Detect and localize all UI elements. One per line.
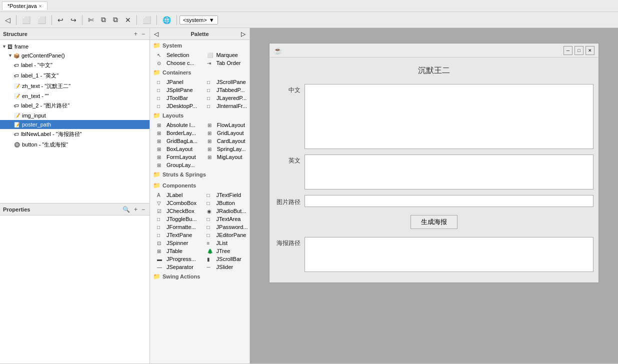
palette-item-jpanel[interactable]: □ JPanel (150, 78, 200, 86)
toolbar: ◁ ⬜ ⬜ ↩ ↪ ✄ ⧉ ⧉ ✕ ⬜ 🌐 <system> ▼ (0, 12, 618, 28)
english-field (304, 154, 594, 191)
structure-tree: ▼ 🖼 frame ▼ 📦 getContentPane() (0, 40, 150, 203)
toolbar-btn-square2[interactable]: ⬜ (34, 14, 49, 26)
palette-right-arrow[interactable]: ▷ (241, 30, 246, 38)
structure-remove-btn[interactable]: − (140, 30, 146, 38)
frame-maximize-btn[interactable]: □ (574, 46, 584, 55)
toolbar-copy-btn[interactable]: ⧉ (98, 14, 109, 26)
jinternalfr-icon: □ (207, 104, 215, 109)
palette-item-jtree[interactable]: 🌲 JTree (200, 247, 250, 255)
jslider-label: JSlider (216, 264, 234, 270)
palette-item-jlabel[interactable]: A JLabel (150, 191, 200, 199)
toolbar-globe-btn[interactable]: 🌐 (160, 14, 174, 26)
palette-item-flowlayout[interactable]: ⊞ FlowLayout (200, 121, 250, 129)
palette-item-jtoolbar[interactable]: □ JToolBar (150, 94, 200, 102)
gridlayout-label: GridLayout (217, 130, 244, 136)
palette-item-jbutton[interactable]: □ JButton (200, 199, 250, 207)
jtree-label: JTree (216, 248, 230, 254)
tree-item-frame[interactable]: ▼ 🖼 frame (0, 42, 150, 51)
toolbar-square3-btn[interactable]: ⬜ (140, 14, 154, 26)
palette-item-formlayout[interactable]: ⊞ FormLayout (150, 153, 200, 161)
palette-item-jcombobox[interactable]: ▽ JComboBox (150, 199, 200, 207)
tab-close-icon[interactable]: × (39, 4, 42, 9)
toolbar-redo-btn[interactable]: ↪ (68, 14, 80, 26)
props-remove-btn[interactable]: − (140, 206, 146, 214)
toolbar-delete-btn[interactable]: ✕ (122, 14, 134, 26)
palette-item-grouplay[interactable]: ⊞ GroupLay... (150, 161, 200, 169)
palette-item-jtextarea[interactable]: □ JTextArea (200, 215, 250, 223)
toolbar-btn-square1[interactable]: ⬜ (19, 14, 34, 26)
palette-item-jspinner[interactable]: ⊡ JSpinner (150, 239, 200, 247)
tree-item-contentpane[interactable]: ▼ 📦 getContentPane() (0, 51, 150, 60)
imagepath-input[interactable] (304, 195, 594, 207)
palette-item-jprogress[interactable]: ▬ JProgress... (150, 255, 200, 263)
frame-minimize-btn[interactable]: ─ (564, 46, 572, 55)
tree-item-label-zh[interactable]: 🏷 label - "中文" (0, 60, 150, 70)
toolbar-undo-btn[interactable]: ↩ (54, 14, 66, 26)
toolbar-btn-left[interactable]: ◁ (2, 14, 14, 26)
palette-item-jlist[interactable]: ≡ JList (200, 239, 250, 247)
palette-item-miglayout[interactable]: ⊞ MigLayout (200, 153, 250, 161)
palette-left-arrow[interactable]: ◁ (154, 30, 158, 38)
palette-item-jradiobutton[interactable]: ◉ JRadioBut... (200, 207, 250, 215)
palette-item-absolutel[interactable]: ⊞ Absolute l... (150, 121, 200, 129)
props-search-btn[interactable]: 🔍 (121, 206, 132, 214)
palette-item-jpassword[interactable]: □ JPassword... (200, 223, 250, 231)
palette-item-jdesktopP[interactable]: □ JDesktopP... (150, 102, 200, 110)
props-add-btn[interactable]: + (132, 206, 139, 214)
taborder-icon: ⇥ (207, 60, 215, 66)
palette-item-choosec[interactable]: ⊙ Choose c... (150, 59, 200, 67)
palette-item-gridlayout[interactable]: ⊞ GridLayout (200, 129, 250, 137)
palette-item-jformatte[interactable]: □ JFormatte... (150, 223, 200, 231)
posterpath-textarea[interactable] (304, 237, 594, 272)
palette-panel: ◁ Palette ▷ 📁 System ↖ Selection ⬜ (150, 28, 250, 364)
poster-java-tab[interactable]: *Poster.java × (2, 2, 48, 10)
palette-item-jtabbedp[interactable]: □ JTabbedP... (200, 86, 250, 94)
tree-item-lblnewlabel[interactable]: 🏷 lblNewLabel - "海报路径" (0, 129, 150, 140)
palette-item-jtextpane[interactable]: □ JTextPane (150, 231, 200, 239)
palette-item-jscrollpane[interactable]: □ JScrollPane (200, 78, 250, 86)
properties-section: Properties 🔍 + − (0, 204, 150, 364)
generate-button[interactable]: 生成海报 (410, 215, 458, 229)
palette-item-jscrollbar[interactable]: ▮ JScrollBar (200, 255, 250, 263)
palette-item-gridbagla[interactable]: ⊞ GridBagLa... (150, 137, 200, 145)
jinternalfr-label: JInternalFr... (216, 103, 247, 109)
palette-item-marquee[interactable]: ⬜ Marquee (200, 51, 250, 59)
structure-add-btn[interactable]: + (132, 30, 139, 38)
frame-close-btn[interactable]: ✕ (586, 46, 594, 55)
palette-item-selection[interactable]: ↖ Selection (150, 51, 200, 59)
palette-item-taborder[interactable]: ⇥ Tab Order (200, 59, 250, 67)
tree-item-label-en[interactable]: 🏷 label_1 - "英文" (0, 70, 150, 81)
gridbagla-label: GridBagLa... (166, 138, 198, 144)
english-textarea[interactable] (304, 154, 594, 190)
palette-item-jsplitpane[interactable]: □ JSplitPane (150, 86, 200, 94)
palette-item-boxlayout[interactable]: ⊞ BoxLayout (150, 145, 200, 153)
palette-item-jtogglebut[interactable]: □ JToggleBu... (150, 215, 200, 223)
toolbar-cut-btn[interactable]: ✄ (85, 14, 97, 26)
tree-label-img-input: img_input (22, 112, 46, 118)
palette-item-jlayeredp[interactable]: □ JLayeredP... (200, 94, 250, 102)
palette-item-jtextfield[interactable]: □ JTextField (200, 191, 250, 199)
label2-icon: 🏷 (14, 103, 19, 108)
palette-item-jcheckbox[interactable]: ☑ JCheckBox (150, 207, 200, 215)
tree-item-zh-text[interactable]: 📝 zh_text - "沉默王二" (0, 81, 150, 92)
palette-item-springlay[interactable]: ⊞ SpringLay... (200, 145, 250, 153)
tree-item-button[interactable]: 🔘 button - "生成海报" (0, 140, 150, 150)
palette-item-jseparator[interactable]: — JSeparator (150, 263, 200, 271)
palette-item-cardlayout[interactable]: ⊞ CardLayout (200, 137, 250, 145)
jdesktopP-label: JDesktopP... (166, 103, 197, 109)
tree-item-label2[interactable]: 🏷 label_2 - "图片路径" (0, 100, 150, 111)
toolbar-paste-btn[interactable]: ⧉ (110, 14, 121, 26)
palette-item-jinternalfr[interactable]: □ JInternalFr... (200, 102, 250, 110)
tree-item-poster-path[interactable]: 📝 poster_path (0, 120, 150, 129)
tree-item-img-input[interactable]: 📝 img_input (0, 111, 150, 120)
jspinner-icon: ⊡ (157, 240, 165, 246)
design-area[interactable]: ☕ ─ □ ✕ 沉默王二 中文 英文 (250, 28, 618, 364)
palette-item-jslider[interactable]: ─ JSlider (200, 263, 250, 271)
palette-item-jeditorpane[interactable]: □ JEditorPane (200, 231, 250, 239)
tree-item-en-text[interactable]: 📝 en_text - "" (0, 92, 150, 100)
palette-item-borderlay[interactable]: ⊞ BorderLay... (150, 129, 200, 137)
chinese-textarea[interactable] (304, 84, 594, 149)
palette-item-jtable[interactable]: ⊞ JTable (150, 247, 200, 255)
system-dropdown[interactable]: <system> ▼ (180, 16, 218, 24)
